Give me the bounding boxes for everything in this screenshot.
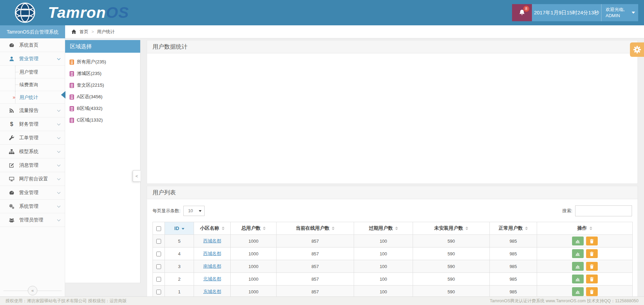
region-item-c[interactable]: C区域(1332) (70, 114, 140, 126)
sidebar-collapse-button[interactable]: « (28, 286, 37, 295)
community-name-link[interactable]: 西城名都 (203, 251, 221, 256)
rss-icon (9, 107, 15, 114)
sidebar-subitem-user-stats[interactable]: 用户统计 (0, 91, 65, 104)
sidebar-item-label: 营业管理 (19, 190, 38, 196)
region-item-b[interactable]: B区域(4332) (70, 103, 140, 114)
view-chart-button[interactable] (572, 275, 584, 283)
cell-normal: 985 (490, 285, 537, 298)
view-chart-button[interactable] (572, 249, 584, 258)
sidebar-subitem-label: 续费查询 (20, 82, 38, 87)
community-name-link[interactable]: 东城名都 (203, 289, 221, 294)
sort-icon (395, 227, 398, 230)
user-menu[interactable]: 欢迎光临, ADMIN (601, 4, 638, 21)
row-checkbox[interactable] (156, 277, 161, 282)
sidebar-item-front-desk-settings[interactable]: 网厅前台设置 (0, 172, 65, 186)
settings-toggle-button[interactable] (630, 42, 644, 57)
user-stats-panel-title: 用户数据统计 (147, 40, 637, 53)
sidebar-item-business-mgmt-2[interactable]: 营业管理 (0, 186, 65, 200)
row-checkbox[interactable] (156, 239, 161, 244)
sidebar-item-system-home[interactable]: 系统首页 (0, 38, 65, 52)
per-page-select[interactable]: 10 (183, 206, 205, 216)
sort-icon (465, 227, 468, 230)
globe-logo-icon (14, 2, 36, 23)
trash-icon (589, 239, 594, 244)
column-header-total[interactable]: 总用户数 (231, 222, 277, 235)
delete-button[interactable] (586, 262, 598, 271)
sort-desc-icon (182, 228, 184, 230)
cell-uninstalled: 590 (413, 247, 490, 260)
sidebar-subitem-user-mgmt[interactable]: 用户管理 (0, 66, 65, 78)
column-header-id[interactable]: ID (165, 222, 194, 235)
bar-chart-icon (575, 277, 580, 282)
view-chart-button[interactable] (572, 237, 584, 245)
dollar-icon: $ (9, 121, 15, 127)
notifications-button[interactable]: 8 (512, 4, 532, 21)
brand-wordmark: TamronOS (48, 4, 129, 22)
community-name-link[interactable]: 西城名都 (203, 238, 221, 243)
sidebar-item-label: 工单管理 (19, 135, 38, 141)
cell-id: 1 (165, 285, 194, 298)
column-header-uninstalled[interactable]: 未安装用户数 (413, 222, 490, 235)
region-item-label: C区域(1332) (77, 117, 103, 123)
cell-id: 5 (165, 235, 194, 247)
region-item-all-users[interactable]: 所有用户(235) (70, 56, 140, 68)
region-item-a[interactable]: A区语(3456) (70, 91, 140, 103)
chevron-down-icon (57, 108, 61, 112)
cell-online: 857 (277, 285, 354, 298)
building-icon (70, 106, 74, 111)
column-header-normal[interactable]: 正常用户数 (490, 222, 537, 235)
region-item-label: A区语(3456) (77, 94, 102, 100)
sidebar-item-admin-mgmt[interactable]: 管理员管理 (0, 213, 65, 227)
sidebar-item-finance-mgmt[interactable]: $ 财务管理 (0, 117, 65, 131)
cell-uninstalled: 590 (413, 273, 490, 285)
footer-support-text: TamronOS腾龙认证计费系统 www.TamronOS.com 技术支持QQ… (490, 298, 639, 304)
per-page-value: 10 (188, 208, 193, 213)
username: ADMIN (606, 13, 631, 19)
sidebar-subitem-renewal-query[interactable]: 续费查询 (0, 78, 65, 91)
delete-button[interactable] (586, 237, 598, 245)
delete-button[interactable] (586, 275, 598, 283)
community-name-link[interactable]: 北城名都 (203, 276, 221, 281)
row-checkbox[interactable] (156, 290, 161, 294)
region-item-kuiwen[interactable]: 奎文区(2215) (70, 79, 140, 91)
sort-icon (332, 227, 335, 230)
cell-online: 857 (277, 235, 354, 247)
chevron-down-icon (57, 163, 61, 166)
delete-button[interactable] (586, 287, 598, 296)
chevron-down-icon (57, 136, 61, 139)
select-all-checkbox[interactable] (156, 226, 161, 231)
building-icon (70, 83, 74, 88)
breadcrumb-separator: > (92, 29, 94, 34)
table-toolbar: 每页显示条数: 10 搜索: (153, 205, 632, 216)
region-item-label: 所有用户(235) (77, 59, 106, 65)
sidebar-subitem-label: 用户统计 (20, 95, 38, 100)
user-list-panel: 用户列表 每页显示条数: 10 搜索: ID 小区名称 总用户数 当前在线用户数… (147, 186, 638, 299)
sidebar-item-system-mgmt[interactable]: 系统管理 (0, 200, 65, 213)
footer: 授权使用：潍坊家园驿站电子技术有限公司 授权级别：运营商版 TamronOS腾龙… (0, 296, 644, 305)
row-checkbox[interactable] (156, 252, 161, 256)
delete-button[interactable] (586, 249, 598, 258)
region-select-panel: 区域选择 所有用户(235) 潍城区(235) 奎文区(2215) A区语(34… (65, 40, 141, 283)
table-header-row: ID 小区名称 总用户数 当前在线用户数 过期用户数 未安装用户数 正常用户数 … (153, 222, 633, 235)
search-input[interactable] (575, 205, 632, 216)
column-header-actions[interactable]: 操作 (537, 222, 633, 235)
sidebar-item-work-order-mgmt[interactable]: 工单管理 (0, 131, 65, 145)
sidebar-item-label: 管理员管理 (19, 217, 43, 223)
breadcrumb-home-link[interactable]: 首页 (80, 29, 88, 35)
region-panel-collapse-button[interactable]: < (133, 170, 141, 182)
sidebar-item-model-system[interactable]: 模型系统 (0, 145, 65, 158)
trash-icon (589, 264, 594, 269)
region-item-weicheng[interactable]: 潍城区(235) (70, 68, 140, 79)
sidebar-item-business-mgmt[interactable]: 营业管理 (0, 52, 65, 66)
column-header-name[interactable]: 小区名称 (194, 222, 231, 235)
breadcrumb-current: 用户统计 (97, 29, 115, 35)
column-header-expired[interactable]: 过期用户数 (354, 222, 413, 235)
cell-expired: 100 (354, 247, 413, 260)
community-name-link[interactable]: 南城名都 (203, 264, 221, 269)
row-checkbox[interactable] (156, 264, 161, 269)
column-header-online[interactable]: 当前在线用户数 (277, 222, 354, 235)
view-chart-button[interactable] (572, 287, 584, 296)
sidebar-item-message-mgmt[interactable]: 消息管理 (0, 158, 65, 172)
sidebar-item-traffic-report[interactable]: 流量报告 (0, 104, 65, 117)
view-chart-button[interactable] (572, 262, 584, 271)
